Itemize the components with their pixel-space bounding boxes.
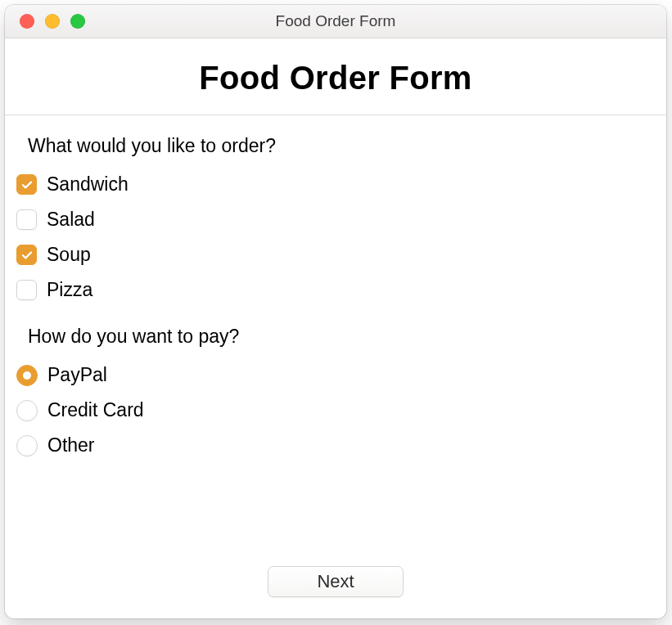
footer: Next: [5, 566, 666, 618]
app-window: Food Order Form Food Order Form What wou…: [5, 5, 666, 618]
titlebar: Food Order Form: [5, 5, 666, 38]
traffic-lights: [20, 14, 85, 29]
radio-other[interactable]: Other: [16, 434, 655, 456]
maximize-button[interactable]: [70, 14, 85, 29]
checkbox-pizza[interactable]: Pizza: [16, 279, 655, 301]
order-question: What would you like to order?: [28, 135, 655, 157]
radio-paypal[interactable]: PayPal: [16, 364, 655, 386]
checkmark-icon: [16, 174, 37, 195]
checkmark-icon: [16, 245, 37, 265]
payment-question: How do you want to pay?: [28, 326, 655, 348]
radio-empty-icon: [16, 435, 38, 456]
window-title: Food Order Form: [5, 12, 666, 30]
checkbox-label: Sandwich: [47, 173, 129, 196]
radio-selected-icon: [16, 365, 38, 386]
radio-label: PayPal: [47, 364, 107, 386]
checkbox-empty-icon: [16, 209, 37, 230]
checkbox-label: Pizza: [47, 279, 92, 301]
form-content: What would you like to order? Sandwich S…: [5, 115, 666, 566]
payment-options: PayPal Credit Card Other: [16, 364, 655, 456]
close-button[interactable]: [20, 14, 34, 29]
radio-empty-icon: [16, 400, 38, 421]
checkbox-empty-icon: [16, 280, 37, 300]
radio-label: Credit Card: [47, 399, 144, 421]
radio-label: Other: [47, 434, 95, 456]
checkbox-salad[interactable]: Salad: [16, 209, 655, 231]
page-header: Food Order Form: [5, 38, 666, 115]
checkbox-label: Soup: [47, 244, 91, 266]
page-title: Food Order Form: [5, 60, 666, 97]
checkbox-soup[interactable]: Soup: [16, 244, 655, 266]
minimize-button[interactable]: [45, 14, 60, 29]
radio-credit-card[interactable]: Credit Card: [16, 399, 655, 421]
checkbox-sandwich[interactable]: Sandwich: [16, 173, 655, 196]
checkbox-label: Salad: [47, 209, 95, 231]
order-options: Sandwich Salad Soup Pizza: [16, 173, 655, 301]
next-button[interactable]: Next: [268, 566, 404, 597]
